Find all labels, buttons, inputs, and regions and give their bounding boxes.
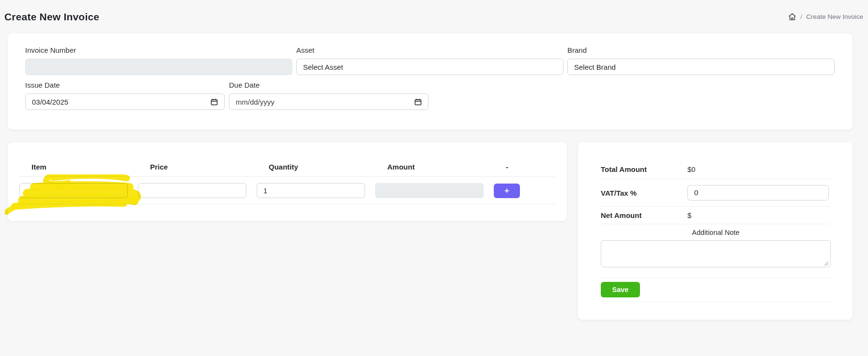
invoice-items-card: Item Price Quantity Amount - [8, 142, 567, 221]
brand-select-value: Select Brand [574, 63, 616, 71]
net-amount-value: $ [687, 211, 691, 219]
save-row: Save [601, 278, 831, 302]
calendar-icon[interactable] [211, 98, 218, 106]
additional-note-textarea[interactable] [601, 240, 831, 267]
invoice-number-input [25, 59, 292, 75]
due-date-input[interactable]: mm/dd/yyyy [229, 93, 428, 110]
quantity-cell [257, 183, 365, 198]
due-date-label: Due Date [229, 81, 428, 89]
items-table: Item Price Quantity Amount - [19, 163, 555, 204]
total-amount-value: $0 [687, 165, 696, 173]
asset-select-value: Select Asset [303, 63, 343, 71]
asset-label: Asset [296, 46, 563, 54]
item-cell [19, 183, 128, 198]
invoice-summary-card: Total Amount $0 VAT/Tax % Net Amount $ A… [578, 142, 853, 320]
net-amount-row: Net Amount $ [601, 207, 831, 224]
vat-tax-label: VAT/Tax % [601, 189, 687, 197]
total-amount-label: Total Amount [601, 165, 687, 173]
issue-date-input[interactable]: 03/04/2025 [25, 93, 225, 110]
table-divider [19, 204, 555, 204]
save-button[interactable]: Save [601, 282, 640, 297]
asset-select[interactable]: Select Asset [296, 59, 563, 75]
quantity-input[interactable] [257, 183, 365, 198]
due-date-placeholder: mm/dd/yyyy [236, 98, 274, 106]
calendar-icon[interactable] [414, 98, 422, 106]
col-header-item: Item [31, 163, 140, 176]
breadcrumb-separator: / [800, 13, 802, 20]
issue-date-label: Issue Date [25, 81, 225, 89]
breadcrumb: / Create New Invoice [788, 13, 863, 21]
col-header-price: Price [150, 163, 259, 176]
home-icon[interactable] [788, 13, 796, 21]
invoice-number-label: Invoice Number [25, 46, 292, 54]
page-title: Create New Invoice [4, 11, 99, 23]
brand-select[interactable]: Select Brand [567, 59, 835, 75]
net-amount-label: Net Amount [601, 211, 687, 219]
issue-date-value: 03/04/2025 [32, 98, 68, 106]
add-cell: + [494, 184, 524, 198]
vat-tax-input[interactable] [687, 185, 829, 201]
item-select[interactable] [19, 183, 128, 198]
items-table-header-row: Item Price Quantity Amount - [19, 163, 555, 176]
additional-note-row: Additional Note [601, 224, 831, 278]
resize-handle-icon[interactable] [824, 261, 829, 266]
page-header: Create New Invoice / Create New Invoice [0, 0, 868, 33]
total-amount-row: Total Amount $0 [601, 160, 831, 179]
price-input[interactable] [138, 183, 246, 198]
vat-tax-row: VAT/Tax % [601, 179, 831, 207]
item-row: + [19, 177, 555, 204]
col-header-amount: Amount [387, 163, 496, 176]
col-header-quantity: Quantity [269, 163, 377, 176]
amount-cell [375, 183, 484, 198]
additional-note-label: Additional Note [601, 229, 831, 236]
invoice-details-card: Invoice Number Asset Select Asset Brand … [8, 33, 853, 129]
add-item-button[interactable]: + [494, 184, 520, 198]
breadcrumb-current: Create New Invoice [806, 13, 863, 20]
brand-label: Brand [567, 46, 835, 54]
price-cell [138, 183, 246, 198]
col-header-remove: - [506, 163, 536, 176]
amount-input [375, 183, 484, 198]
